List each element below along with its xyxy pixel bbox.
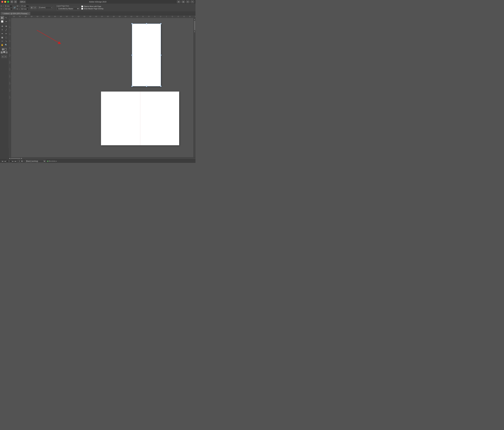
extras-icon[interactable]: ✎ bbox=[191, 0, 194, 3]
hand-tool-button[interactable]: ✋ bbox=[0, 43, 4, 47]
solid-color-button[interactable] bbox=[1, 51, 3, 54]
maximize-button[interactable] bbox=[7, 1, 9, 3]
first-page-button[interactable]: |◀ bbox=[1, 161, 3, 162]
page-nav-dropdown-wrapper[interactable]: 1 bbox=[18, 160, 23, 162]
zoom-display[interactable]: 50% ▾ bbox=[19, 1, 26, 3]
svg-text:520: 520 bbox=[13, 16, 15, 17]
page-navigation: |◀ ◀ ▶ ▶| 1 bbox=[1, 160, 23, 162]
color-type-buttons bbox=[0, 51, 8, 54]
handle-mr[interactable] bbox=[160, 54, 162, 56]
last-page-button[interactable]: ▶| bbox=[15, 161, 17, 162]
zoom-control[interactable]: 50% ▾ bbox=[19, 1, 26, 3]
canvas-area[interactable] bbox=[11, 18, 194, 157]
x-input[interactable] bbox=[4, 5, 12, 8]
pen-tool-button[interactable]: ✒ bbox=[0, 32, 4, 36]
selection-tool-button[interactable]: ▶ bbox=[0, 16, 4, 19]
content-collector-button[interactable]: ⊕ bbox=[0, 24, 4, 28]
title-bar: Br St 50% ▾ ⊞ ▤ ⊟ ✎ Adobe InDesign 2019 bbox=[0, 0, 196, 4]
layout-style-wrapper[interactable]: [Basic] (working) bbox=[25, 160, 46, 162]
shape-tool-button[interactable]: ▦ bbox=[0, 36, 4, 39]
constrain-button[interactable]: ⛓ bbox=[30, 6, 33, 9]
scroll-thumb-h[interactable] bbox=[11, 158, 20, 159]
scissors-tool-button[interactable]: ✂ bbox=[0, 39, 4, 43]
liquid-rule-dropdown-wrapper[interactable]: Controlled by Master bbox=[56, 7, 79, 10]
liquid-rule-dropdown[interactable]: Controlled by Master bbox=[56, 7, 79, 10]
horizontal-scrollbar[interactable]: ◀ ▶ bbox=[9, 157, 196, 159]
y-label: Y: bbox=[1, 8, 2, 10]
document-tab[interactable]: * Untitled-1 @ 50% [GPU Preview] × bbox=[1, 12, 30, 15]
show-master-checkbox[interactable] bbox=[81, 8, 83, 10]
view-mode-icon[interactable]: ▤ bbox=[181, 0, 185, 3]
y-input[interactable] bbox=[4, 8, 12, 10]
svg-text:80: 80 bbox=[142, 16, 144, 17]
frame-tool-button[interactable]: ⬚ bbox=[4, 36, 8, 39]
handle-tr[interactable] bbox=[160, 23, 162, 24]
type-tool-button[interactable]: T bbox=[0, 28, 4, 32]
layout-style-dropdown[interactable]: [Basic] (working) bbox=[25, 160, 46, 162]
handle-tl[interactable] bbox=[131, 23, 133, 24]
scroll-down-button[interactable]: ▼ bbox=[194, 31, 195, 33]
preview-view-button[interactable]: P bbox=[4, 55, 7, 58]
page-tool-button[interactable]: ⬜ bbox=[0, 20, 4, 23]
objects-move-checkbox[interactable] bbox=[81, 6, 83, 7]
page-nav-dropdown[interactable]: 1 bbox=[18, 160, 23, 162]
none-button[interactable] bbox=[6, 51, 8, 54]
svg-text:60: 60 bbox=[183, 16, 185, 17]
workspace-icon[interactable]: ⊞ bbox=[177, 0, 180, 3]
svg-text:0: 0 bbox=[9, 98, 10, 99]
canvas-content bbox=[11, 18, 194, 157]
handle-ml[interactable] bbox=[131, 54, 133, 56]
scroll-left-button[interactable]: ◀ bbox=[9, 158, 10, 159]
preset-dropdown-wrapper[interactable]: [Custom] bbox=[38, 6, 53, 9]
zoom-tool-button[interactable]: 🔍 bbox=[4, 43, 8, 47]
svg-text:200: 200 bbox=[107, 16, 109, 17]
close-button[interactable] bbox=[1, 1, 3, 3]
page-number-input[interactable] bbox=[7, 160, 11, 162]
app-title: Adobe InDesign 2019 bbox=[89, 1, 106, 3]
control-bar: X: ↕ Y: ↕ 🔗 W: ↕ H: ↕ bbox=[0, 4, 196, 12]
handle-br[interactable] bbox=[160, 86, 162, 87]
rotate-button[interactable]: ↺ bbox=[34, 6, 36, 9]
horizontal-ruler: 520 500 480 460 440 420 400 380 360 340 … bbox=[11, 15, 196, 18]
next-page-button[interactable]: ▶ bbox=[12, 161, 14, 162]
preset-dropdown[interactable]: [Custom] bbox=[38, 6, 53, 9]
w-input[interactable] bbox=[20, 5, 29, 8]
normal-view-button[interactable]: N bbox=[1, 55, 4, 58]
line-tool-button[interactable]: ╱ bbox=[4, 28, 8, 32]
title-text: Adobe InDesign 2019 bbox=[89, 1, 106, 3]
fill-color-box[interactable] bbox=[2, 48, 4, 51]
error-dropdown-button[interactable]: ▾ bbox=[56, 161, 57, 162]
scroll-right-button[interactable]: ▶ bbox=[21, 158, 22, 159]
y-control: Y: ↕ bbox=[1, 8, 12, 10]
shape-tools: ▦ ⬚ bbox=[0, 36, 8, 39]
direct-selection-tool-button[interactable]: ↖ bbox=[4, 16, 8, 19]
vertical-scrollbar[interactable]: ▲ ▼ bbox=[194, 18, 196, 157]
selection-tools: ▶ ↖ bbox=[0, 16, 8, 19]
scroll-thumb-v[interactable] bbox=[194, 21, 195, 30]
handle-bc[interactable] bbox=[146, 86, 147, 87]
link-button-group: 🔗 bbox=[13, 6, 16, 9]
minimize-button[interactable] bbox=[4, 1, 6, 3]
h-input[interactable] bbox=[20, 8, 28, 10]
handle-tc[interactable] bbox=[146, 23, 147, 24]
gap-tool-button[interactable]: ⇔ bbox=[4, 20, 8, 23]
arrange-icon[interactable]: ⊟ bbox=[186, 0, 190, 3]
pencil-tool-button[interactable]: ✏ bbox=[4, 32, 8, 36]
handle-bl[interactable] bbox=[131, 86, 133, 87]
prev-page-button[interactable]: ◀ bbox=[4, 161, 6, 162]
svg-text:260: 260 bbox=[89, 16, 91, 17]
gradient-button[interactable] bbox=[3, 51, 5, 54]
bridge-icon[interactable]: Br bbox=[10, 0, 13, 3]
scroll-up-button[interactable]: ▲ bbox=[194, 18, 195, 20]
liquid-page-rule-label: Liquid Page Rule: bbox=[56, 5, 79, 7]
free-transform-button[interactable]: ⤡ bbox=[4, 39, 8, 43]
stroke-color-box[interactable] bbox=[4, 48, 7, 51]
tab-close-button[interactable]: × bbox=[28, 13, 29, 15]
content-tools: ⊕ ⊗ bbox=[0, 24, 8, 28]
ruler-top: 520 500 480 460 440 420 400 380 360 340 … bbox=[9, 15, 196, 18]
page-gap-tools: ⬜ ⇔ bbox=[0, 20, 8, 23]
svg-text:340: 340 bbox=[66, 16, 68, 17]
content-placer-button[interactable]: ⊗ bbox=[4, 24, 8, 28]
stock-icon[interactable]: St bbox=[14, 0, 17, 3]
link-wh-button[interactable]: 🔗 bbox=[13, 6, 16, 9]
